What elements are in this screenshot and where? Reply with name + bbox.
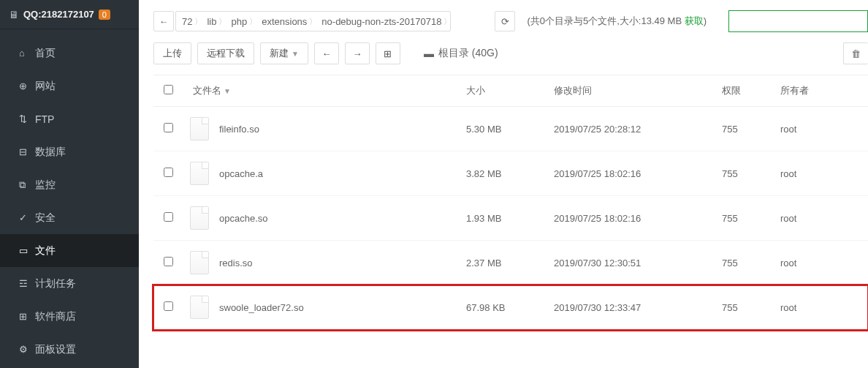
file-mtime: 2019/07/25 20:28:12: [547, 107, 715, 151]
menu-icon: ⌂: [19, 48, 35, 59]
file-perm: 755: [715, 285, 773, 330]
file-icon: [190, 296, 209, 319]
file-perm: 755: [715, 241, 773, 285]
menu-label: 数据库: [35, 146, 66, 159]
sidebar-item[interactable]: ⊟数据库: [0, 135, 139, 168]
menu-icon: ✓: [19, 212, 35, 223]
sidebar-item[interactable]: ⚙面板设置: [0, 333, 139, 366]
row-checkbox[interactable]: [164, 123, 173, 132]
select-all-checkbox[interactable]: [164, 85, 173, 94]
sidebar-item[interactable]: ⧉监控: [0, 168, 139, 201]
refresh-button[interactable]: ⟳: [495, 11, 515, 31]
file-icon: [190, 117, 209, 140]
path-summary: (共0个目录与5个文件,大小:13.49 MB: [527, 15, 684, 26]
file-icon: [190, 206, 209, 230]
menu-label: 计划任务: [35, 277, 76, 290]
table-row[interactable]: redis.so2.37 MB2019/07/30 12:30:51755roo…: [153, 241, 868, 285]
new-label: 新建: [270, 47, 289, 60]
root-label: 根目录 (40G): [438, 47, 498, 60]
menu-label: 安全: [35, 211, 56, 225]
file-mtime: 2019/07/30 12:30:51: [547, 241, 715, 285]
header-size[interactable]: 大小: [459, 75, 547, 107]
main: ← 72libphpextensionsno-debug-non-zts-201…: [139, 0, 868, 368]
sidebar-item[interactable]: ☲计划任务: [0, 267, 139, 300]
file-name: opcache.so: [219, 213, 268, 224]
sidebar-header: 🖥 QQ:2182172107 0: [0, 0, 139, 29]
chevron-down-icon: ▼: [292, 50, 299, 58]
remote-download-button[interactable]: 远程下载: [197, 42, 254, 64]
menu-icon: ⧉: [19, 179, 35, 191]
file-mtime: 2019/07/25 18:02:16: [547, 196, 715, 241]
file-perm: 755: [715, 107, 773, 151]
disk-icon: ▬: [424, 48, 434, 59]
sidebar-menu: ⌂首页⊕网站⇅FTP⊟数据库⧉监控✓安全▭文件☲计划任务⊞软件商店⚙面板设置: [0, 29, 139, 366]
breadcrumb-part[interactable]: no-debug-non-zts-20170718: [316, 12, 450, 31]
file-perm: 755: [715, 196, 773, 241]
sidebar-item[interactable]: ✓安全: [0, 201, 139, 234]
upload-button[interactable]: 上传: [153, 42, 191, 64]
new-button[interactable]: 新建▼: [260, 42, 308, 64]
path-summary-suffix: ): [704, 15, 707, 26]
file-perm: 755: [715, 151, 773, 196]
row-checkbox[interactable]: [164, 257, 173, 266]
file-mtime: 2019/07/25 18:02:16: [547, 151, 715, 196]
back-button[interactable]: ←: [314, 42, 339, 64]
notification-badge[interactable]: 0: [99, 10, 110, 20]
menu-icon: ▭: [19, 245, 35, 256]
menu-label: FTP: [35, 113, 54, 125]
breadcrumb-part[interactable]: 72: [176, 12, 201, 31]
menu-label: 文件: [35, 244, 56, 258]
table-row[interactable]: opcache.so1.93 MB2019/07/25 18:02:16755r…: [153, 196, 868, 241]
search-input[interactable]: [728, 10, 868, 32]
file-size: 2.37 MB: [459, 241, 547, 285]
sidebar-item[interactable]: ⌂首页: [0, 37, 139, 70]
menu-icon: ⊟: [19, 146, 35, 157]
breadcrumb-row: ← 72libphpextensionsno-debug-non-zts-201…: [153, 10, 868, 32]
file-owner: root: [773, 196, 868, 241]
file-size: 5.30 MB: [459, 107, 547, 151]
sort-down-icon: ▼: [224, 87, 231, 95]
file-owner: root: [773, 241, 868, 285]
breadcrumb-part[interactable]: php: [225, 12, 256, 31]
sidebar: 🖥 QQ:2182172107 0 ⌂首页⊕网站⇅FTP⊟数据库⧉监控✓安全▭文…: [0, 0, 139, 368]
breadcrumb-back-button[interactable]: ←: [153, 11, 174, 31]
file-icon: [190, 251, 209, 274]
sidebar-item[interactable]: ▭文件: [0, 234, 139, 267]
breadcrumb-part[interactable]: lib: [201, 12, 225, 31]
get-link[interactable]: 获取: [685, 15, 704, 26]
header-mtime[interactable]: 修改时间: [547, 75, 715, 107]
file-name: swoole_loader72.so: [219, 302, 304, 313]
row-checkbox[interactable]: [164, 168, 173, 177]
file-name: fileinfo.so: [219, 124, 259, 135]
trash-button[interactable]: 🗑: [843, 42, 868, 64]
sidebar-item[interactable]: ⇅FTP: [0, 102, 139, 135]
file-table: 文件名▼ 大小 修改时间 权限 所有者 fileinfo.so5.30 MB20…: [153, 75, 868, 330]
table-row[interactable]: opcache.a3.82 MB2019/07/25 18:02:16755ro…: [153, 151, 868, 196]
sidebar-item[interactable]: ⊞软件商店: [0, 300, 139, 333]
path-info: (共0个目录与5个文件,大小:13.49 MB 获取): [527, 15, 707, 28]
file-mtime: 2019/07/30 12:33:47: [547, 285, 715, 330]
breadcrumb-part[interactable]: extensions: [256, 12, 316, 31]
file-size: 1.93 MB: [459, 196, 547, 241]
table-row[interactable]: fileinfo.so5.30 MB2019/07/25 20:28:12755…: [153, 107, 868, 151]
breadcrumb: 72libphpextensionsno-debug-non-zts-20170…: [175, 11, 451, 31]
menu-label: 软件商店: [35, 310, 76, 323]
menu-label: 网站: [35, 80, 56, 93]
file-icon: [190, 162, 209, 185]
file-name: redis.so: [219, 258, 253, 269]
toolbar: 上传 远程下载 新建▼ ← → ⊞ ▬ 根目录 (40G) 🗑: [153, 42, 868, 64]
file-size: 3.82 MB: [459, 151, 547, 196]
sidebar-item[interactable]: ⊕网站: [0, 70, 139, 102]
file-size: 67.98 KB: [459, 285, 547, 330]
header-perm[interactable]: 权限: [715, 75, 773, 107]
header-owner[interactable]: 所有者: [773, 75, 868, 107]
monitor-icon: 🖥: [9, 9, 19, 20]
table-row[interactable]: swoole_loader72.so67.98 KB2019/07/30 12:…: [153, 285, 868, 330]
layout-button[interactable]: ⊞: [376, 42, 400, 64]
menu-label: 监控: [35, 179, 56, 192]
header-name[interactable]: 文件名▼: [183, 75, 459, 107]
root-directory[interactable]: ▬ 根目录 (40G): [424, 47, 498, 60]
row-checkbox[interactable]: [164, 301, 173, 311]
row-checkbox[interactable]: [164, 212, 173, 222]
forward-button[interactable]: →: [345, 42, 370, 64]
